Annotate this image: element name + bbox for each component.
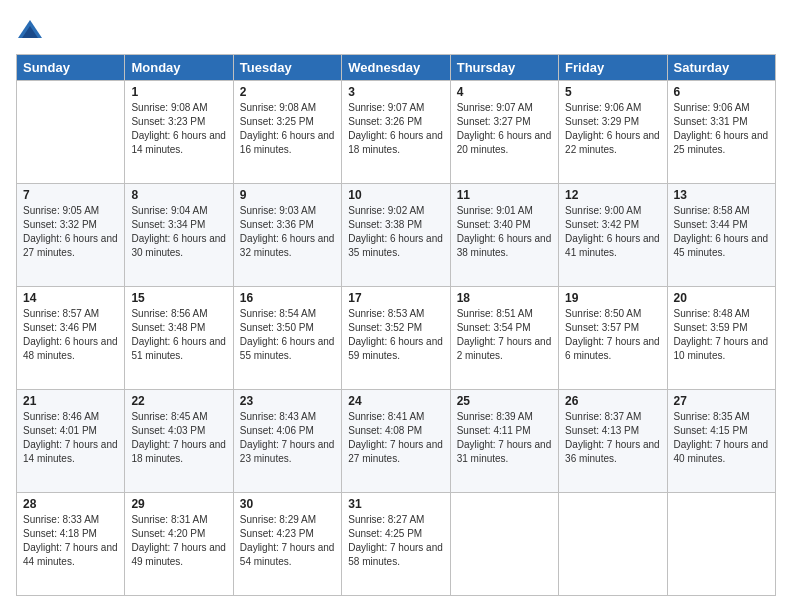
day-detail: Sunrise: 8:37 AMSunset: 4:13 PMDaylight:… [565, 410, 660, 466]
day-detail: Sunrise: 8:33 AMSunset: 4:18 PMDaylight:… [23, 513, 118, 569]
day-detail: Sunrise: 9:06 AMSunset: 3:29 PMDaylight:… [565, 101, 660, 157]
day-number: 6 [674, 85, 769, 99]
day-number: 18 [457, 291, 552, 305]
day-number: 1 [131, 85, 226, 99]
day-number: 31 [348, 497, 443, 511]
day-detail: Sunrise: 8:57 AMSunset: 3:46 PMDaylight:… [23, 307, 118, 363]
calendar-week-row: 28 Sunrise: 8:33 AMSunset: 4:18 PMDaylig… [17, 493, 776, 596]
day-number: 8 [131, 188, 226, 202]
day-detail: Sunrise: 8:51 AMSunset: 3:54 PMDaylight:… [457, 307, 552, 363]
calendar-weekday: Friday [559, 55, 667, 81]
calendar-table: SundayMondayTuesdayWednesdayThursdayFrid… [16, 54, 776, 596]
calendar-day-cell: 21 Sunrise: 8:46 AMSunset: 4:01 PMDaylig… [17, 390, 125, 493]
day-detail: Sunrise: 8:50 AMSunset: 3:57 PMDaylight:… [565, 307, 660, 363]
calendar-day-cell: 20 Sunrise: 8:48 AMSunset: 3:59 PMDaylig… [667, 287, 775, 390]
calendar-day-cell: 14 Sunrise: 8:57 AMSunset: 3:46 PMDaylig… [17, 287, 125, 390]
day-detail: Sunrise: 9:02 AMSunset: 3:38 PMDaylight:… [348, 204, 443, 260]
calendar-day-cell: 11 Sunrise: 9:01 AMSunset: 3:40 PMDaylig… [450, 184, 558, 287]
day-number: 10 [348, 188, 443, 202]
day-detail: Sunrise: 8:56 AMSunset: 3:48 PMDaylight:… [131, 307, 226, 363]
calendar-day-cell: 9 Sunrise: 9:03 AMSunset: 3:36 PMDayligh… [233, 184, 341, 287]
day-detail: Sunrise: 9:00 AMSunset: 3:42 PMDaylight:… [565, 204, 660, 260]
calendar-day-cell [559, 493, 667, 596]
calendar-day-cell: 25 Sunrise: 8:39 AMSunset: 4:11 PMDaylig… [450, 390, 558, 493]
calendar-day-cell: 27 Sunrise: 8:35 AMSunset: 4:15 PMDaylig… [667, 390, 775, 493]
calendar-day-cell: 19 Sunrise: 8:50 AMSunset: 3:57 PMDaylig… [559, 287, 667, 390]
calendar-day-cell: 29 Sunrise: 8:31 AMSunset: 4:20 PMDaylig… [125, 493, 233, 596]
calendar-header-row: SundayMondayTuesdayWednesdayThursdayFrid… [17, 55, 776, 81]
calendar-week-row: 7 Sunrise: 9:05 AMSunset: 3:32 PMDayligh… [17, 184, 776, 287]
day-number: 9 [240, 188, 335, 202]
day-detail: Sunrise: 8:58 AMSunset: 3:44 PMDaylight:… [674, 204, 769, 260]
calendar-day-cell: 4 Sunrise: 9:07 AMSunset: 3:27 PMDayligh… [450, 81, 558, 184]
calendar-day-cell: 23 Sunrise: 8:43 AMSunset: 4:06 PMDaylig… [233, 390, 341, 493]
day-number: 5 [565, 85, 660, 99]
calendar-day-cell: 31 Sunrise: 8:27 AMSunset: 4:25 PMDaylig… [342, 493, 450, 596]
day-number: 14 [23, 291, 118, 305]
day-number: 4 [457, 85, 552, 99]
calendar-day-cell: 1 Sunrise: 9:08 AMSunset: 3:23 PMDayligh… [125, 81, 233, 184]
header [16, 16, 776, 44]
day-number: 23 [240, 394, 335, 408]
calendar-day-cell [450, 493, 558, 596]
day-number: 17 [348, 291, 443, 305]
calendar-day-cell: 17 Sunrise: 8:53 AMSunset: 3:52 PMDaylig… [342, 287, 450, 390]
day-number: 19 [565, 291, 660, 305]
calendar-day-cell: 22 Sunrise: 8:45 AMSunset: 4:03 PMDaylig… [125, 390, 233, 493]
calendar-day-cell: 15 Sunrise: 8:56 AMSunset: 3:48 PMDaylig… [125, 287, 233, 390]
day-number: 7 [23, 188, 118, 202]
day-detail: Sunrise: 8:53 AMSunset: 3:52 PMDaylight:… [348, 307, 443, 363]
calendar-weekday: Sunday [17, 55, 125, 81]
day-number: 11 [457, 188, 552, 202]
day-detail: Sunrise: 8:29 AMSunset: 4:23 PMDaylight:… [240, 513, 335, 569]
day-number: 25 [457, 394, 552, 408]
day-number: 13 [674, 188, 769, 202]
day-number: 26 [565, 394, 660, 408]
day-number: 22 [131, 394, 226, 408]
calendar-day-cell: 3 Sunrise: 9:07 AMSunset: 3:26 PMDayligh… [342, 81, 450, 184]
calendar-weekday: Tuesday [233, 55, 341, 81]
day-detail: Sunrise: 9:08 AMSunset: 3:25 PMDaylight:… [240, 101, 335, 157]
calendar-day-cell: 16 Sunrise: 8:54 AMSunset: 3:50 PMDaylig… [233, 287, 341, 390]
logo-icon [16, 16, 44, 44]
calendar-day-cell: 10 Sunrise: 9:02 AMSunset: 3:38 PMDaylig… [342, 184, 450, 287]
calendar-day-cell: 2 Sunrise: 9:08 AMSunset: 3:25 PMDayligh… [233, 81, 341, 184]
calendar-day-cell [17, 81, 125, 184]
day-detail: Sunrise: 8:43 AMSunset: 4:06 PMDaylight:… [240, 410, 335, 466]
day-number: 3 [348, 85, 443, 99]
day-number: 24 [348, 394, 443, 408]
day-detail: Sunrise: 9:06 AMSunset: 3:31 PMDaylight:… [674, 101, 769, 157]
calendar-weekday: Monday [125, 55, 233, 81]
calendar-week-row: 21 Sunrise: 8:46 AMSunset: 4:01 PMDaylig… [17, 390, 776, 493]
day-detail: Sunrise: 8:54 AMSunset: 3:50 PMDaylight:… [240, 307, 335, 363]
day-number: 16 [240, 291, 335, 305]
calendar-day-cell: 26 Sunrise: 8:37 AMSunset: 4:13 PMDaylig… [559, 390, 667, 493]
day-number: 15 [131, 291, 226, 305]
day-number: 27 [674, 394, 769, 408]
day-detail: Sunrise: 8:48 AMSunset: 3:59 PMDaylight:… [674, 307, 769, 363]
logo [16, 16, 48, 44]
day-detail: Sunrise: 8:39 AMSunset: 4:11 PMDaylight:… [457, 410, 552, 466]
calendar-weekday: Saturday [667, 55, 775, 81]
calendar-day-cell [667, 493, 775, 596]
day-number: 29 [131, 497, 226, 511]
calendar-day-cell: 28 Sunrise: 8:33 AMSunset: 4:18 PMDaylig… [17, 493, 125, 596]
day-detail: Sunrise: 9:03 AMSunset: 3:36 PMDaylight:… [240, 204, 335, 260]
day-detail: Sunrise: 8:45 AMSunset: 4:03 PMDaylight:… [131, 410, 226, 466]
calendar-day-cell: 12 Sunrise: 9:00 AMSunset: 3:42 PMDaylig… [559, 184, 667, 287]
day-number: 21 [23, 394, 118, 408]
day-detail: Sunrise: 9:07 AMSunset: 3:27 PMDaylight:… [457, 101, 552, 157]
day-number: 30 [240, 497, 335, 511]
calendar-day-cell: 18 Sunrise: 8:51 AMSunset: 3:54 PMDaylig… [450, 287, 558, 390]
day-detail: Sunrise: 8:41 AMSunset: 4:08 PMDaylight:… [348, 410, 443, 466]
calendar-day-cell: 5 Sunrise: 9:06 AMSunset: 3:29 PMDayligh… [559, 81, 667, 184]
day-number: 12 [565, 188, 660, 202]
calendar-day-cell: 6 Sunrise: 9:06 AMSunset: 3:31 PMDayligh… [667, 81, 775, 184]
calendar-day-cell: 24 Sunrise: 8:41 AMSunset: 4:08 PMDaylig… [342, 390, 450, 493]
calendar-day-cell: 8 Sunrise: 9:04 AMSunset: 3:34 PMDayligh… [125, 184, 233, 287]
page: SundayMondayTuesdayWednesdayThursdayFrid… [0, 0, 792, 612]
day-number: 20 [674, 291, 769, 305]
day-number: 28 [23, 497, 118, 511]
calendar-day-cell: 7 Sunrise: 9:05 AMSunset: 3:32 PMDayligh… [17, 184, 125, 287]
day-detail: Sunrise: 9:08 AMSunset: 3:23 PMDaylight:… [131, 101, 226, 157]
